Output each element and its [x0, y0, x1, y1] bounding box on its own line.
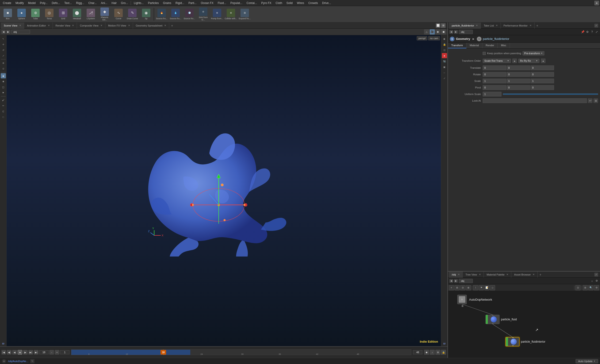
node-nav-back[interactable]: ◀: [449, 279, 453, 283]
menu-solid[interactable]: Solid: [285, 1, 295, 5]
props-pin-btn[interactable]: 📌: [581, 30, 584, 34]
nn-info-btn[interactable]: i: [473, 285, 478, 290]
particle-fluidinterior-node[interactable]: particle_fluidinterior: [506, 337, 545, 346]
tl-current-frame[interactable]: 18: [39, 350, 48, 354]
look-at-pick-btn[interactable]: ↩: [588, 98, 592, 103]
menu-drive[interactable]: Drive...: [320, 1, 333, 5]
particle-fluid-node[interactable]: particle_fluid: [486, 315, 517, 324]
nn-flag-btn[interactable]: ⚑: [479, 285, 484, 290]
tl-settings-btn[interactable]: ⚙: [435, 350, 441, 355]
rotate-z[interactable]: 0: [531, 72, 554, 77]
shelf-torus[interactable]: ◎ Torus: [42, 7, 56, 22]
select-tool-btn[interactable]: ↖: [1, 36, 6, 41]
tab-mat-close[interactable]: ✕: [506, 273, 508, 276]
menu-model[interactable]: Model: [26, 1, 38, 5]
shelf-expand[interactable]: ⊞ Expand fro...: [238, 7, 252, 22]
tab-geo-close[interactable]: ✕: [164, 24, 166, 27]
transform-order-select[interactable]: Scale Rot Trans ▼: [483, 59, 511, 63]
tl-end-btn[interactable]: ▶|: [34, 350, 38, 355]
nav-forward[interactable]: ▶: [6, 30, 10, 34]
tl-start-btn[interactable]: |◀: [1, 350, 6, 355]
menu-contai[interactable]: Contai...: [245, 1, 259, 5]
shelf-sp[interactable]: ◉ Sp: [139, 7, 153, 22]
menu-wires[interactable]: Wires: [295, 1, 306, 5]
menu-plus-btn[interactable]: +: [594, 1, 599, 5]
nn-tree-btn[interactable]: ⊟: [460, 285, 465, 290]
menu-cloth[interactable]: Cloth: [274, 1, 284, 5]
view-btn[interactable]: ◈: [1, 73, 6, 78]
props-nav-back[interactable]: ◀: [449, 30, 453, 34]
rotate-y[interactable]: 0: [506, 72, 530, 77]
look-at-input[interactable]: [483, 98, 587, 103]
autodop-node[interactable]: D AutoDopNetwork: [457, 295, 492, 304]
tab-tree-view[interactable]: Tree View ✕: [463, 271, 484, 278]
shelf-box[interactable]: ■ Box: [1, 7, 15, 22]
menu-char[interactable]: Char...: [87, 1, 99, 5]
tab-material[interactable]: Material: [467, 43, 482, 48]
tl-audio-btn[interactable]: ♪: [430, 350, 435, 355]
shelf-grid[interactable]: ⊞ Grid: [56, 7, 70, 22]
uniform-scale-input[interactable]: 1: [483, 92, 501, 96]
layout-single-btn[interactable]: ⬜: [436, 23, 441, 28]
tab-transform[interactable]: Transform: [448, 43, 467, 48]
menu-ocean[interactable]: Ocean FX: [199, 1, 216, 5]
shelf-curve[interactable]: ∿ Curve: [112, 7, 125, 22]
menu-modify[interactable]: Modify: [14, 1, 26, 5]
tl-prev-key-btn[interactable]: ◀|: [7, 350, 11, 355]
nn-note-btn[interactable]: 📝: [484, 285, 489, 290]
shelf-sphere[interactable]: ● Sphere: [15, 7, 28, 22]
translate-x[interactable]: 0: [483, 65, 506, 70]
transform-order-toggle[interactable]: ▲: [512, 58, 517, 63]
tl-lock-btn[interactable]: 🔒: [441, 350, 446, 355]
menu-rigg[interactable]: Rigg...: [74, 1, 86, 5]
translate-z[interactable]: 0: [531, 65, 554, 70]
tab-misc[interactable]: Misc: [498, 43, 510, 48]
props-type-expand[interactable]: ▶: [472, 37, 475, 41]
pose-btn[interactable]: ⊏: [1, 109, 6, 114]
shelf-source3[interactable]: 💨 Source fro...: [183, 7, 196, 22]
tab-tree-close[interactable]: ✕: [479, 273, 481, 276]
node-panel-expand[interactable]: ⤢: [594, 273, 598, 276]
menu-ani[interactable]: Ani...: [99, 1, 109, 5]
menu-gro[interactable]: Gro...: [119, 1, 130, 5]
menu-pyro[interactable]: Pyro FX: [259, 1, 273, 5]
handle-tool-btn[interactable]: ⊙: [1, 66, 6, 71]
tab-composite-view[interactable]: Composite View ✕: [77, 23, 105, 29]
tl-track[interactable]: 6 12 18 24 30 36 42 48 18: [71, 349, 411, 355]
status-path[interactable]: /obj/AutoDopNe...: [8, 360, 28, 363]
append-tool-btn[interactable]: ⊕: [1, 60, 6, 65]
viewport-cam-btn[interactable]: 🎥: [430, 29, 435, 35]
edit-btn[interactable]: ✏: [1, 103, 6, 108]
tab-motion-fx[interactable]: Motion FX View ✕: [105, 23, 133, 29]
props-help-btn[interactable]: ?: [590, 30, 594, 34]
shelf-metaball[interactable]: ⬤ Metaball: [70, 7, 84, 22]
vp-cam-btn[interactable]: 📷: [442, 59, 447, 64]
tl-fps[interactable]: 1: [60, 350, 69, 354]
tab-animation-editor[interactable]: Animation Editor ✕: [24, 23, 53, 29]
vis-btn[interactable]: ◫: [1, 84, 6, 90]
props-expand-icon[interactable]: ⤢: [595, 30, 599, 34]
pre-transform-select[interactable]: Pre-transform ▼: [523, 51, 544, 55]
nn-tile-btn[interactable]: ⊞: [455, 285, 460, 290]
rotate-x[interactable]: 0: [483, 72, 506, 77]
props-gear-btn[interactable]: ⚙: [585, 30, 589, 34]
rx-ry-rz-select[interactable]: Rx Ry Rz ▼: [518, 59, 539, 63]
tab-scene-view[interactable]: Scene View ✕: [1, 23, 24, 29]
tab-perf-close[interactable]: ✕: [530, 24, 532, 27]
viewport-render-btn[interactable]: ◉: [435, 29, 441, 35]
auto-update-btn[interactable]: Auto Update ▼: [576, 359, 598, 363]
shelf-source2[interactable]: 💧 Source fro...: [169, 7, 182, 22]
tl-next-btn[interactable]: ▶|: [28, 350, 33, 355]
perspective-dropdown[interactable]: perspI: [417, 36, 427, 40]
right-tab-plus[interactable]: +: [534, 23, 540, 28]
scale-tool-btn[interactable]: ⤢: [1, 53, 6, 58]
nn-deps-btn[interactable]: ⊠: [466, 285, 471, 290]
tl-stop-btn[interactable]: ■: [18, 350, 22, 355]
vp-active-btn[interactable]: ●: [442, 53, 447, 58]
menu-rigid[interactable]: Rigid...: [174, 1, 186, 5]
vp-flip-btn[interactable]: ↔: [442, 70, 447, 75]
shelf-lsystem[interactable]: ⎇ LSystem: [84, 7, 98, 22]
menu-hair[interactable]: Hair: [110, 1, 119, 5]
camera-dropdown[interactable]: no cam: [428, 36, 440, 40]
nn-grid-btn[interactable]: ⊞: [583, 285, 588, 290]
